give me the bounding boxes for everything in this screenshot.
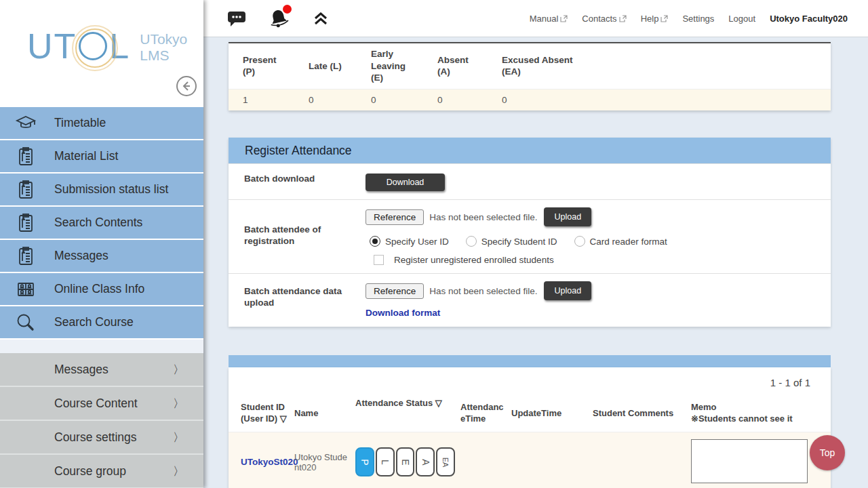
sidebar: UT L UTokyo LMS Timetable [0,0,203,488]
menu-item-course-content[interactable]: Course Content 〉 [0,387,203,421]
late-count: 0 [294,89,357,110]
help-link[interactable]: Help [641,14,669,24]
logo-subtitle: UTokyo LMS [140,28,187,64]
sidebar-item-online-class-info[interactable]: Online Class Info [0,273,203,305]
summary-col-early-leaving: Early Leaving (E) [357,43,423,89]
sidebar-collapse-button[interactable] [176,76,197,96]
utol-logo: UT L [27,28,130,64]
online-class-icon [14,278,37,301]
sidebar-course-menu: Messages 〉 Course Content 〉 Course setti… [0,353,203,488]
status-button-early-leaving[interactable]: E [396,447,415,476]
sidebar-item-messages[interactable]: Messages [0,240,203,272]
chevron-right-icon: 〉 [173,464,184,479]
chat-icon[interactable] [225,7,248,30]
chevron-right-icon: 〉 [173,430,184,445]
radio-specify-user-id[interactable] [370,236,380,247]
register-unregistered-checkbox[interactable] [374,255,384,265]
section-header-bar [229,355,831,367]
scroll-to-top-button[interactable]: Top [810,435,845,470]
col-student-comments: Student Comments [590,395,688,432]
summary-col-absent: Absent (A) [423,43,488,89]
attendance-summary-table: Present (P) Late (L) Early Leaving (E) A… [229,42,831,110]
status-button-present[interactable]: P [355,447,374,476]
memo-input[interactable] [691,439,808,483]
col-attendance-status[interactable]: Attendance Status ▽ [353,395,458,432]
logout-link[interactable]: Logout [728,14,755,24]
chevron-right-icon: 〉 [173,362,184,378]
student-id-link[interactable]: UTokyoSt020 [241,457,298,467]
col-student-id[interactable]: Student ID (User ID) ▽ [229,395,292,432]
summary-value-row: 1 0 0 0 0 [229,89,831,110]
sidebar-item-label: Material List [54,149,118,163]
update-time-cell [509,432,590,488]
sidebar-item-timetable[interactable]: Timetable [0,107,203,139]
student-table-header-row: Student ID (User ID) ▽ Name Attendance S… [229,395,831,432]
external-link-icon [619,15,627,22]
sidebar-item-label: Submission status list [54,182,168,197]
col-name: Name [292,395,353,432]
sidebar-item-label: Online Class Info [54,282,144,296]
status-button-absent[interactable]: A [416,447,435,476]
back-arrow-icon [180,80,193,92]
excused-absent-count: 0 [488,89,589,110]
no-file-text: Has not been selected file. [429,286,537,296]
student-name: Utokyo Student020 [294,452,351,472]
sidebar-item-search-course[interactable]: Search Course [0,306,203,338]
register-attendance-title: Register Attendance [229,138,831,163]
download-format-link[interactable]: Download format [366,308,440,318]
main-content: Present (P) Late (L) Early Leaving (E) A… [203,37,868,488]
sort-icon[interactable]: ▽ [280,413,287,424]
sidebar-item-submission-status[interactable]: Submission status list [0,174,203,205]
menu-item-course-group[interactable]: Course group 〉 [0,455,203,488]
sidebar-divider [0,340,203,353]
timetable-icon [14,112,37,135]
status-button-late[interactable]: L [376,447,395,476]
search-contents-icon [14,211,37,235]
settings-link[interactable]: Settings [682,14,714,24]
upload-button[interactable]: Upload [544,207,591,226]
status-button-excused-absent[interactable]: EA [436,447,455,476]
radio-card-reader-format[interactable] [574,236,585,247]
reference-button[interactable]: Reference [366,283,424,299]
sidebar-item-search-contents[interactable]: Search Contents [0,207,203,239]
radio-specify-student-id[interactable] [466,236,477,247]
notification-bell-icon[interactable] [267,7,290,30]
batch-attendee-row: Batch attendee of registration Reference… [229,199,831,273]
chevron-right-icon: 〉 [173,396,184,411]
logo-area: UT L UTokyo LMS [0,0,203,107]
early-leaving-count: 0 [357,89,423,110]
present-count: 1 [229,89,294,110]
student-attendance-section: 1 - 1 of 1 Student ID (User ID) ▽ Name A… [229,355,831,488]
material-list-icon [14,145,37,168]
sidebar-item-material-list[interactable]: Material List [0,140,203,172]
notification-badge [283,5,292,14]
search-course-icon [14,311,37,334]
attendance-time-cell [458,432,509,488]
menu-item-course-settings[interactable]: Course settings 〉 [0,421,203,455]
sidebar-nav: Timetable Material List Submission statu… [0,107,203,338]
register-attendance-panel: Register Attendance Batch download Downl… [229,138,831,327]
sort-icon[interactable]: ▽ [435,398,442,408]
batch-upload-label: Batch attendance data upload [229,274,351,327]
manual-link[interactable]: Manual [530,14,568,24]
absent-count: 0 [423,89,488,110]
contacts-link[interactable]: Contacts [582,14,626,24]
student-comments-cell [590,432,688,488]
summary-col-present: Present (P) [229,43,294,89]
download-button[interactable]: Download [366,174,445,191]
sidebar-item-label: Messages [54,249,108,263]
reference-button[interactable]: Reference [366,209,424,225]
batch-download-row: Batch download Download [229,163,831,199]
student-row: UTokyoSt020 Utokyo Student020 P L E A EA [229,432,831,488]
external-link-icon [560,15,568,22]
logo-text-left: UT [27,28,77,64]
submission-status-icon [14,178,37,201]
upload-button[interactable]: Upload [544,281,591,300]
col-attendance-time: AttendanceTime [458,395,509,432]
menu-item-messages[interactable]: Messages 〉 [0,353,203,387]
summary-col-excused-absent: Excused Absent (EA) [488,43,589,89]
no-file-text: Has not been selected file. [429,212,537,222]
col-update-time: UpdateTime [509,395,590,432]
messages-icon [14,245,37,268]
collapse-up-icon[interactable] [309,7,332,30]
